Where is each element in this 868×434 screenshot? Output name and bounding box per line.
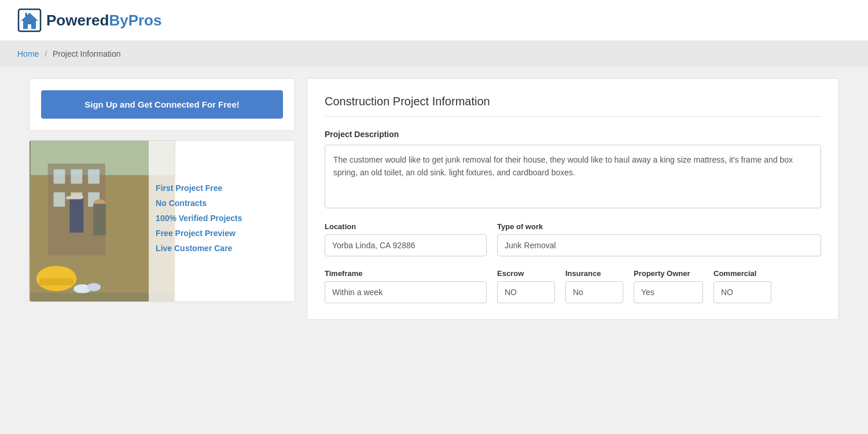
signup-card: Sign Up and Get Connected For Free! bbox=[29, 78, 295, 131]
escrow-field-group: Escrow NO bbox=[497, 269, 555, 303]
info-panel: Construction Project Information Project… bbox=[307, 78, 839, 320]
svg-rect-7 bbox=[71, 170, 82, 184]
location-type-row: Location Yorba Linda, CA 92886 Type of w… bbox=[325, 222, 821, 256]
insurance-field-group: Insurance No bbox=[565, 269, 623, 303]
insurance-value: No bbox=[565, 281, 623, 303]
promo-item-5: Live Customer Care bbox=[156, 244, 232, 253]
details-row: Timeframe Within a week Escrow NO Insura… bbox=[325, 269, 821, 303]
location-field-group: Location Yorba Linda, CA 92886 bbox=[325, 222, 487, 256]
svg-rect-8 bbox=[88, 170, 100, 184]
timeframe-label: Timeframe bbox=[325, 269, 487, 278]
property-owner-value: Yes bbox=[634, 281, 703, 303]
type-of-work-label: Type of work bbox=[497, 222, 821, 231]
breadcrumb-separator: / bbox=[45, 49, 47, 58]
location-label: Location bbox=[325, 222, 487, 231]
svg-rect-9 bbox=[54, 192, 65, 207]
insurance-label: Insurance bbox=[565, 269, 623, 278]
promo-item-3: 100% Verified Projects bbox=[156, 214, 242, 223]
timeframe-field-group: Timeframe Within a week bbox=[325, 269, 487, 303]
timeframe-value: Within a week bbox=[325, 281, 487, 303]
promo-item-1: First Project Free bbox=[156, 183, 222, 193]
location-value: Yorba Linda, CA 92886 bbox=[325, 234, 487, 256]
logo-text: PoweredByPros bbox=[46, 12, 161, 30]
description-text: The customer would like to get junk remo… bbox=[325, 145, 821, 208]
breadcrumb-home-link[interactable]: Home bbox=[17, 49, 39, 58]
logo: PoweredByPros bbox=[17, 8, 161, 32]
signup-button[interactable]: Sign Up and Get Connected For Free! bbox=[41, 90, 283, 119]
commercial-label: Commercial bbox=[713, 269, 771, 278]
description-label: Project Description bbox=[325, 130, 821, 139]
promo-item-2: No Contracts bbox=[156, 198, 207, 208]
property-owner-field-group: Property Owner Yes bbox=[634, 269, 703, 303]
svg-rect-6 bbox=[54, 170, 65, 184]
svg-rect-13 bbox=[69, 198, 83, 233]
sidebar: Sign Up and Get Connected For Free! bbox=[29, 78, 295, 320]
svg-rect-14 bbox=[66, 196, 82, 199]
svg-rect-18 bbox=[39, 278, 74, 285]
header: PoweredByPros bbox=[0, 0, 868, 41]
property-owner-label: Property Owner bbox=[634, 269, 703, 278]
escrow-value: NO bbox=[497, 281, 555, 303]
main-content: Sign Up and Get Connected For Free! bbox=[12, 67, 856, 332]
svg-point-17 bbox=[36, 266, 77, 291]
promo-card: First Project Free No Contracts 100% Ver… bbox=[29, 140, 295, 302]
svg-point-20 bbox=[87, 283, 101, 291]
commercial-value: NO bbox=[713, 281, 771, 303]
type-of-work-value: Junk Removal bbox=[497, 234, 821, 256]
promo-item-4: Free Project Preview bbox=[156, 229, 236, 238]
breadcrumb: Home / Project Information bbox=[0, 41, 868, 67]
logo-icon bbox=[17, 8, 42, 32]
svg-rect-16 bbox=[93, 204, 106, 236]
type-of-work-field-group: Type of work Junk Removal bbox=[497, 222, 821, 256]
panel-title: Construction Project Information bbox=[325, 95, 821, 117]
commercial-field-group: Commercial NO bbox=[713, 269, 771, 303]
promo-text-area: First Project Free No Contracts 100% Ver… bbox=[149, 141, 295, 301]
breadcrumb-current: Project Information bbox=[53, 49, 121, 58]
svg-marker-1 bbox=[21, 13, 38, 29]
escrow-label: Escrow bbox=[497, 269, 555, 278]
